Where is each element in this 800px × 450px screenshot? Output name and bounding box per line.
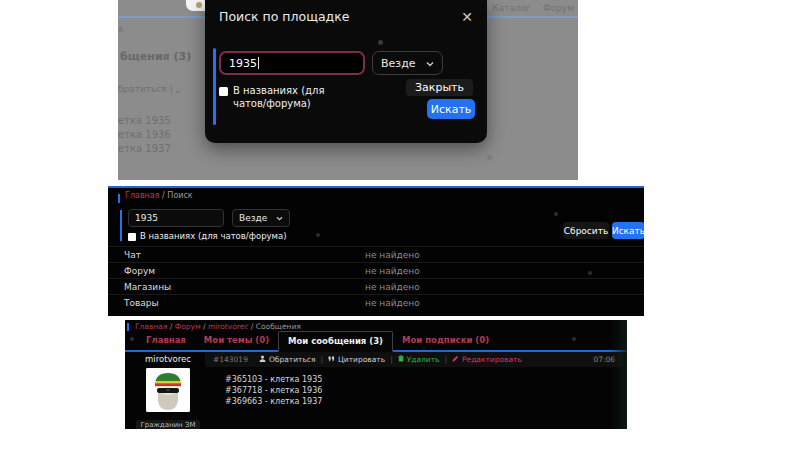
- screenshot-canvas: Каталог Форум я бщения (3) братиться | „…: [0, 0, 800, 450]
- tab-my-messages[interactable]: Мои сообщения (3): [278, 331, 393, 352]
- delete-action[interactable]: Удалить: [398, 355, 440, 364]
- result-category: Магазины: [124, 282, 171, 292]
- results-scope-value: Везде: [239, 213, 267, 223]
- action-separator: |: [444, 355, 447, 364]
- result-status: не найдено: [365, 298, 420, 308]
- watermark-dot: [554, 212, 558, 216]
- reply-action[interactable]: Обратиться: [259, 355, 316, 364]
- bg-fragment-messages-tab: бщения (3): [120, 50, 191, 63]
- trash-icon: [398, 355, 404, 364]
- modal-search-value: 1935: [229, 57, 257, 70]
- table-row: Форум не найдено: [108, 262, 644, 278]
- titles-only-checkbox[interactable]: [219, 87, 228, 96]
- username[interactable]: mirotvorec: [131, 354, 205, 364]
- results-table: Чат не найдено Форум не найдено Магазины…: [108, 246, 644, 310]
- watermark-dot: [572, 337, 576, 341]
- edit-action[interactable]: Редактировать: [452, 355, 522, 364]
- person-icon: [259, 355, 266, 364]
- result-category: Форум: [124, 266, 155, 276]
- watermark-dot: [378, 40, 383, 45]
- edit-label: Редактировать: [462, 355, 522, 364]
- results-search-value: 1935: [135, 213, 158, 223]
- bg-fragment: я: [118, 25, 123, 34]
- close-icon[interactable]: ✕: [461, 10, 473, 24]
- reset-button[interactable]: Сбросить: [563, 222, 609, 239]
- message-line: #365103 - клетка 1935: [225, 374, 322, 385]
- accent-bar: [127, 323, 129, 331]
- watermark-dot: [130, 337, 134, 341]
- breadcrumb-home-link[interactable]: Главная: [135, 322, 167, 331]
- quote-label: Цитировать: [338, 355, 385, 364]
- message-time: 07:06: [593, 355, 615, 364]
- nav-forum-link[interactable]: Форум: [543, 3, 574, 13]
- table-row: Магазины не найдено: [108, 278, 644, 294]
- titles-only-label: В названиях (для чатов/форума): [233, 84, 349, 110]
- result-category: Товары: [124, 298, 159, 308]
- breadcrumb-current: Сообщения: [256, 322, 301, 331]
- breadcrumb-user-link[interactable]: mirotvorec: [208, 322, 249, 331]
- titles-only-label: В названиях (для чатов/форума): [140, 231, 287, 241]
- breadcrumb: Главная / Поиск: [125, 191, 193, 200]
- accent-bar: [120, 210, 122, 241]
- message-line: #367718 - клетка 1936: [225, 385, 322, 396]
- panel-search-results: Главная / Поиск 1935 Везде В названиях (…: [108, 186, 644, 316]
- search-modal: Поиск по площадке ✕ 1935 Везде В названи…: [205, 0, 487, 143]
- result-category: Чат: [124, 250, 141, 260]
- tab-main[interactable]: Главная: [137, 331, 195, 350]
- tab-my-subscriptions[interactable]: Мои подписки (0): [393, 331, 498, 350]
- quote-icon: [328, 355, 335, 364]
- action-separator: |: [390, 355, 393, 364]
- panel-top-accent: [108, 186, 644, 188]
- profile-tabs: Главная Мои темы (0) Мои сообщения (3) М…: [125, 332, 627, 352]
- delete-label: Удалить: [407, 355, 440, 364]
- chevron-down-icon: [276, 213, 283, 223]
- bg-fragment-reply: братиться | „: [118, 84, 180, 94]
- message-header: #143019 Обратиться | Цитировать | Удалит…: [205, 352, 623, 367]
- modal-title: Поиск по площадке: [219, 9, 350, 24]
- breadcrumb: Главная / Форум / mirotvorec / Сообщения: [135, 322, 301, 331]
- panel-forum-messages: Главная / Форум / mirotvorec / Сообщения…: [125, 320, 627, 429]
- modal-search-button[interactable]: Искать: [427, 99, 475, 119]
- results-scope-select[interactable]: Везде: [232, 209, 290, 227]
- modal-close-button[interactable]: Закрыть: [406, 79, 473, 96]
- search-button[interactable]: Искать: [612, 222, 644, 239]
- table-row: Чат не найдено: [108, 246, 644, 262]
- table-row: Товары не найдено: [108, 294, 644, 310]
- action-separator: |: [320, 355, 323, 364]
- quote-action[interactable]: Цитировать: [328, 355, 385, 364]
- result-status: не найдено: [365, 282, 420, 292]
- result-status: не найдено: [365, 266, 420, 276]
- bg-fragment-line2: етка 1936: [118, 129, 171, 140]
- modal-search-input[interactable]: 1935: [219, 51, 365, 75]
- bg-fragment-line3: етка 1937: [118, 143, 171, 154]
- message-line: #369663 - клетка 1937: [225, 396, 322, 407]
- avatar-image: [146, 368, 190, 412]
- user-card: mirotvorec Гражданин ЗМ: [131, 354, 205, 429]
- accent-bar: [118, 194, 120, 203]
- chevron-down-icon: [426, 57, 434, 70]
- modal-scope-select[interactable]: Везде: [372, 51, 443, 75]
- accent-bar: [213, 48, 216, 125]
- text-caret: [258, 57, 259, 69]
- breadcrumb-home-link[interactable]: Главная: [125, 191, 160, 200]
- nav-catalog-link[interactable]: Каталог: [492, 3, 531, 13]
- message-body: #365103 - клетка 1935 #367718 - клетка 1…: [225, 374, 322, 407]
- titles-only-checkbox[interactable]: [128, 233, 136, 241]
- breadcrumb-separator: /: [170, 322, 173, 331]
- tab-my-topics[interactable]: Мои темы (0): [195, 331, 278, 350]
- avatar[interactable]: [146, 368, 190, 412]
- watermark-dot: [316, 233, 320, 237]
- watermark-dot: [487, 155, 492, 160]
- bg-fragment-line1: етка 1935: [118, 115, 171, 126]
- modal-scope-value: Везде: [381, 57, 416, 70]
- results-search-input[interactable]: 1935: [128, 209, 224, 227]
- breadcrumb-forum-link[interactable]: Форум: [175, 322, 201, 331]
- reply-label: Обратиться: [269, 355, 316, 364]
- breadcrumb-separator: /: [251, 322, 254, 331]
- breadcrumb-separator: /: [162, 191, 165, 200]
- breadcrumb-current: Поиск: [167, 191, 192, 200]
- result-status: не найдено: [365, 250, 420, 260]
- message-id: #143019: [213, 355, 248, 364]
- user-rank-badge: Гражданин ЗМ: [136, 420, 201, 429]
- pencil-icon: [452, 355, 459, 364]
